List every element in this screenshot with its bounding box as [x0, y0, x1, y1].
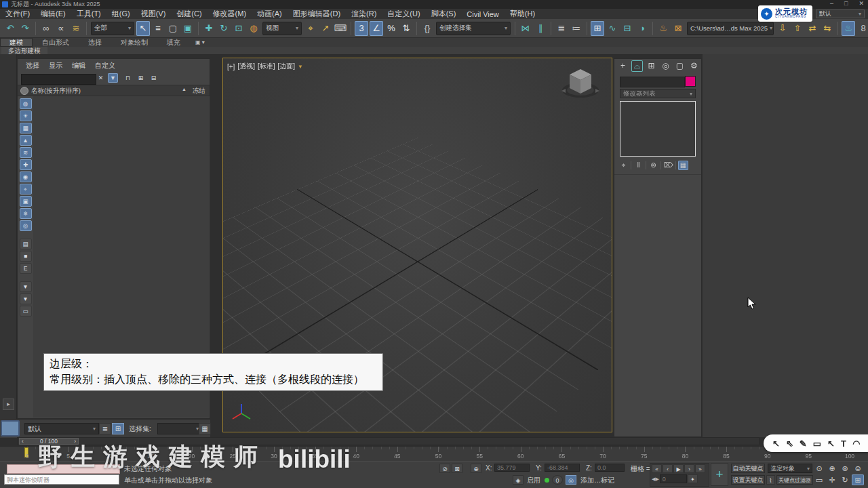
ribbon-tab-对象绘制[interactable]: 对象绘制 [111, 38, 157, 47]
orbit-icon[interactable]: ↻ [839, 474, 851, 485]
viewport-label-part-3[interactable]: [边面] [278, 62, 296, 71]
viewport-label-part-0[interactable]: [+] [227, 63, 235, 70]
unlink-selection-icon[interactable]: ∝ [54, 21, 68, 36]
align-icon[interactable]: ∥ [534, 21, 547, 36]
explorer-menu-2[interactable]: 编辑 [68, 61, 90, 70]
polygon-modeling-panel-tab[interactable]: 多边形建模 [1, 47, 47, 54]
create-tab[interactable]: + [617, 60, 629, 72]
lock-icon[interactable]: ⊓ [123, 73, 133, 83]
clear-search-icon[interactable]: ✕ [96, 73, 106, 83]
ribbon-tab-自由形式[interactable]: 自由形式 [33, 38, 79, 47]
menu-item-0[interactable]: 文件(F) [0, 9, 35, 19]
time-slider-handle[interactable]: ‹ 0 / 100 › [19, 438, 79, 445]
render-production-icon[interactable]: ♨ [842, 21, 855, 36]
curve-editor-icon[interactable]: ∿ [606, 21, 619, 36]
set-key-button[interactable]: 设置关键点 [731, 475, 765, 485]
explorer-workspace-dropdown[interactable]: 默认 ▾ [24, 423, 99, 434]
display-hidden-icon[interactable]: ◎ [20, 220, 32, 231]
maxscript-mini-listener[interactable]: 脚本迷你侦听器 [4, 474, 119, 485]
selection-filter-dropdown[interactable]: 全部▾ [91, 22, 134, 35]
zoom-region-icon[interactable]: ▭ [813, 474, 825, 485]
display-helpers-icon[interactable]: ✚ [20, 159, 32, 170]
filter-custom-icon[interactable]: ▼ [20, 293, 32, 304]
display-all-icon[interactable]: ◍ [20, 98, 32, 109]
named-selection-sets-dropdown[interactable]: 创建选择集▾ [436, 22, 511, 35]
add-time-tag-label[interactable]: 添加…标记 [580, 476, 614, 485]
go-to-start-button[interactable]: « [652, 464, 662, 473]
tag-icon[interactable]: ◎ [566, 475, 576, 485]
menu-item-8[interactable]: 图形编辑器(D) [288, 9, 346, 19]
menu-item-2[interactable]: 工具(T) [71, 9, 106, 19]
viewport-label-caret-icon[interactable]: ▼ [298, 64, 303, 70]
select-object-icon[interactable]: ↖ [136, 21, 150, 36]
display-containers-icon[interactable]: ▣ [20, 196, 32, 207]
workspace-dropdown[interactable]: 默认 ▾ [816, 9, 865, 18]
menu-item-4[interactable]: 视图(V) [136, 9, 172, 19]
absolute-relative-toggle-icon[interactable]: ⊕ [471, 464, 481, 473]
render-setup-icon[interactable]: ♨ [656, 21, 670, 36]
selection-set-dropdown[interactable]: ▾ [157, 423, 202, 434]
configure-modifier-sets-icon[interactable]: ▦ [678, 161, 688, 170]
display-frozen-icon[interactable]: ❄ [20, 208, 32, 219]
close-button[interactable]: ✕ [859, 0, 864, 7]
menu-item-6[interactable]: 修改器(M) [208, 9, 252, 19]
current-frame-field[interactable] [660, 474, 687, 483]
name-column-header[interactable]: 名称(按升序排序) [31, 87, 81, 96]
time-tag-icon[interactable]: ◈ [513, 475, 524, 485]
folder-icon[interactable]: ▭ [20, 306, 32, 317]
isolate-selection-icon[interactable]: ⊘ [439, 464, 450, 473]
layer-explorer-icon[interactable]: ≔ [570, 21, 583, 36]
display-shapes-icon[interactable]: ▲ [20, 135, 32, 146]
search-input[interactable] [21, 74, 96, 85]
viewport-label-part-1[interactable]: [透视] [237, 62, 255, 71]
viewport-layout-tile[interactable] [1, 420, 20, 436]
dock-handle-icon[interactable]: ▸ [3, 399, 14, 410]
render-iterative-icon[interactable]: 8 [856, 21, 868, 36]
filter-funnel-icon[interactable]: ▼ [108, 73, 118, 83]
rendered-frame-window-icon[interactable]: ⊠ [671, 21, 685, 36]
show-end-result-icon[interactable]: ‖ [633, 161, 644, 170]
select-and-manipulate-icon[interactable]: ↗ [319, 21, 332, 36]
angle-snap-icon[interactable]: ∠ [370, 21, 383, 36]
select-and-link-icon[interactable]: ∞ [39, 21, 53, 36]
project-folder-dropdown[interactable]: C:\Users\ad…ds Max 2025▾ [687, 22, 774, 35]
next-frame-button[interactable]: › [684, 464, 694, 473]
more-tools-icon[interactable]: ◠ [852, 439, 860, 449]
motion-tab[interactable]: ◎ [660, 60, 671, 72]
macro-recorder-line[interactable] [7, 464, 120, 474]
object-name-field[interactable] [620, 77, 685, 87]
viewcube[interactable] [556, 64, 605, 103]
use-pivot-center-icon[interactable]: ⌖ [304, 21, 317, 36]
text-icon[interactable]: T [841, 439, 846, 449]
explorer-menu-0[interactable]: 选择 [22, 61, 43, 70]
utilities-tab[interactable]: ⚙ [688, 60, 700, 72]
zoom-icon[interactable]: ⊙ [813, 463, 825, 474]
explorer-menu-3[interactable]: 自定义 [91, 61, 119, 70]
z-coordinate-field[interactable] [595, 464, 625, 472]
display-cameras-icon[interactable]: ◉ [20, 171, 32, 182]
set-key-mode-icon[interactable]: ⌇ [766, 475, 775, 485]
time-slider-left-arrow[interactable]: ‹ [22, 438, 24, 445]
selected-filter-dropdown[interactable]: 选定对象 ▾ [768, 464, 812, 473]
y-coordinate-field[interactable] [545, 464, 580, 472]
explorer-column-header[interactable]: 名称(按升序排序) ▲ 冻结 [18, 85, 210, 96]
arrow-icon[interactable]: ↖ [827, 439, 835, 449]
collapse-tree-icon[interactable]: ⊟ [149, 73, 159, 83]
file-link-icon[interactable]: ⇄ [806, 21, 819, 36]
mirror-icon[interactable]: ⋈ [519, 21, 532, 36]
redo-icon[interactable]: ↷ [18, 21, 32, 36]
asset-tracking-icon[interactable]: ⇆ [821, 21, 834, 36]
frame-nudge-icon[interactable]: ◀▶ [652, 474, 659, 483]
select-by-name-icon[interactable]: ≡ [151, 21, 165, 36]
zoom-extents-icon[interactable]: ⊛ [839, 463, 851, 474]
menu-item-12[interactable]: Civil View [461, 10, 504, 18]
menu-item-13[interactable]: 帮助(H) [505, 9, 540, 19]
display-layers-icon[interactable]: ▤ [20, 239, 32, 249]
keyboard-override-icon[interactable]: ⌨ [334, 21, 347, 36]
edit-named-selections-icon[interactable]: {} [420, 21, 434, 36]
modifier-stack[interactable] [620, 101, 696, 157]
zero-badge[interactable]: 0 [552, 475, 563, 485]
menu-item-3[interactable]: 组(G) [106, 9, 136, 19]
menu-item-5[interactable]: 创建(C) [171, 9, 207, 19]
select-and-scale-icon[interactable]: ⊡ [232, 21, 245, 36]
